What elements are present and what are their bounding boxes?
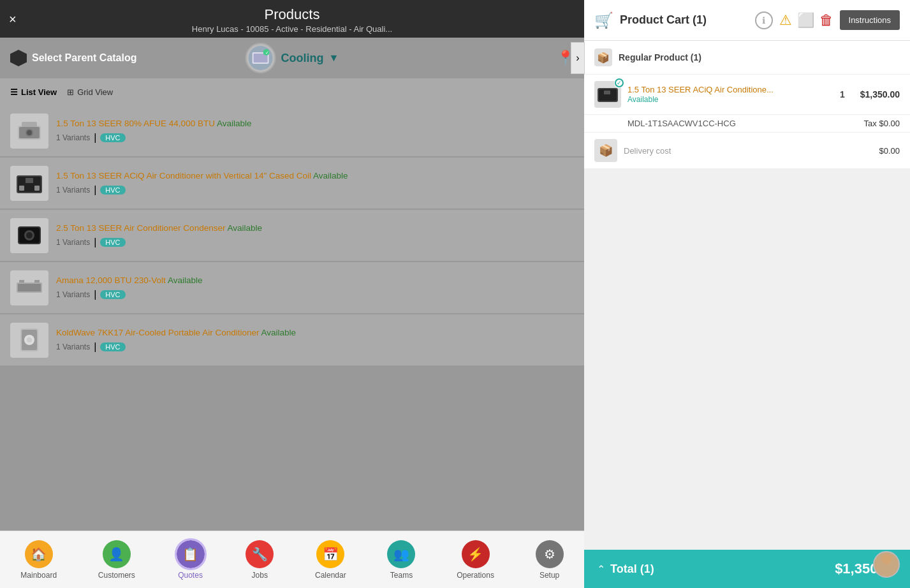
- cart-item-availability: Available: [627, 95, 830, 104]
- cart-warning-button[interactable]: ⚠: [779, 12, 792, 29]
- separator: |: [94, 132, 96, 143]
- cart-tax-value: Tax $0.00: [864, 119, 900, 128]
- svg-rect-20: [18, 284, 41, 291]
- cart-item-details: 1.5 Ton 13 SEER ACiQ Air Conditione... A…: [627, 85, 830, 105]
- cart-item-row[interactable]: ✓ 1.5 Ton 13 SEER ACiQ Air Conditione...…: [584, 75, 910, 115]
- product-meta: 1 Variants | HVC: [56, 132, 574, 143]
- separator: |: [94, 237, 96, 248]
- product-thumbnail: [10, 323, 48, 358]
- catalog-center[interactable]: ✓ Cooling ▼: [246, 43, 339, 73]
- product-thumbnail: [10, 218, 48, 253]
- total-label: Total (1): [610, 562, 835, 576]
- svg-rect-29: [604, 91, 610, 94]
- svg-point-32: [881, 554, 892, 564]
- cart-info-button[interactable]: ℹ: [755, 11, 773, 29]
- close-button[interactable]: ×: [9, 11, 17, 26]
- catalog-bar: Select Parent Catalog ✓ Cooling ▼ 📍 ›: [0, 38, 584, 78]
- nav-item-operations[interactable]: ⚡ Operations: [450, 538, 501, 582]
- total-chevron-icon: ⌃: [597, 563, 605, 575]
- separator: |: [94, 289, 96, 300]
- top-bar: × Products Henry Lucas - 10085 - Active …: [0, 0, 584, 38]
- cart-title: Product Cart (1): [620, 13, 749, 27]
- cart-copy-button[interactable]: ⬜: [797, 12, 814, 29]
- cart-delete-button[interactable]: 🗑: [819, 12, 833, 29]
- calendar-icon: 📅: [316, 540, 344, 568]
- teams-icon: 👥: [387, 540, 415, 568]
- delivery-label: Delivery cost: [624, 146, 872, 156]
- svg-rect-7: [22, 122, 37, 127]
- nav-item-jobs[interactable]: 🔧 Jobs: [239, 538, 280, 582]
- page-title: Products: [0, 6, 584, 23]
- product-info: 1.5 Ton 13 SEER ACiQ Air Conditioner wit…: [56, 170, 574, 196]
- product-name: 2.5 Ton 13 SEER Air Conditioner Condense…: [56, 223, 574, 234]
- variants-count: 1 Variants: [56, 238, 90, 247]
- right-panel-cart: 🛒 Product Cart (1) ℹ ⚠ ⬜ 🗑 Instructions …: [584, 0, 910, 588]
- list-item[interactable]: KoldWave 7KK17 Air-Cooled Portable Air C…: [0, 314, 584, 365]
- catalog-chevron-icon[interactable]: ▼: [329, 52, 339, 64]
- operations-icon: ⚡: [462, 540, 490, 568]
- svg-rect-21: [19, 280, 24, 283]
- nav-item-customers[interactable]: 👤 Customers: [92, 538, 142, 582]
- nav-label-quotes: Quotes: [178, 571, 203, 580]
- product-name: KoldWave 7KK17 Air-Cooled Portable Air C…: [56, 327, 574, 339]
- list-view-label: List View: [21, 87, 57, 97]
- cart-icon: 🛒: [594, 11, 613, 29]
- hex-icon: [10, 50, 27, 66]
- instructions-button[interactable]: Instructions: [840, 10, 900, 30]
- check-icon: ✓: [615, 78, 624, 87]
- svg-rect-13: [19, 186, 24, 191]
- cart-item-qty: 1: [836, 89, 849, 99]
- list-item[interactable]: 1.5 Ton 13 SEER 80% AFUE 44,000 BTU Avai…: [0, 105, 584, 156]
- nav-label-jobs: Jobs: [252, 571, 268, 580]
- list-view-button[interactable]: ☰ List View: [10, 87, 57, 97]
- product-meta: 1 Variants | HVC: [56, 237, 574, 248]
- hvc-badge: HVC: [100, 238, 125, 247]
- delivery-value: $0.00: [879, 146, 900, 156]
- nav-item-teams[interactable]: 👥 Teams: [381, 538, 422, 582]
- svg-rect-22: [34, 280, 40, 283]
- variants-count: 1 Variants: [56, 186, 90, 195]
- product-thumbnail: [10, 270, 48, 305]
- svg-point-26: [27, 337, 32, 342]
- cart-item-image: ✓: [594, 81, 621, 108]
- select-parent-catalog[interactable]: Select Parent Catalog: [10, 50, 137, 66]
- cart-model-label: MDL-1T1SAACWV1CC-HCG: [627, 119, 864, 128]
- product-info: KoldWave 7KK17 Air-Cooled Portable Air C…: [56, 327, 574, 353]
- product-name: 1.5 Ton 13 SEER ACiQ Air Conditioner wit…: [56, 170, 574, 182]
- list-item[interactable]: Amana 12,000 BTU 230-Volt Available 1 Va…: [0, 262, 584, 313]
- product-list: 1.5 Ton 13 SEER 80% AFUE 44,000 BTU Avai…: [0, 105, 584, 588]
- product-meta: 1 Variants | HVC: [56, 184, 574, 196]
- hvc-badge: HVC: [100, 290, 125, 299]
- product-info: Amana 12,000 BTU 230-Volt Available 1 Va…: [56, 275, 574, 300]
- nav-item-quotes[interactable]: 📋 Quotes: [170, 538, 211, 582]
- cart-spacer: [584, 169, 910, 550]
- product-info: 1.5 Ton 13 SEER 80% AFUE 44,000 BTU Avai…: [56, 118, 574, 143]
- hvc-badge: HVC: [100, 342, 125, 351]
- product-thumbnail: [10, 166, 48, 201]
- delivery-icon: 📦: [594, 139, 617, 162]
- list-item[interactable]: 1.5 Ton 13 SEER ACiQ Air Conditioner wit…: [0, 158, 584, 209]
- catalog-image: ✓: [246, 43, 276, 73]
- left-panel: × Products Henry Lucas - 10085 - Active …: [0, 0, 584, 588]
- page-subtitle: Henry Lucas - 10085 - Active - Residenti…: [0, 24, 584, 34]
- nav-item-calendar[interactable]: 📅 Calendar: [309, 538, 353, 582]
- grid-view-button[interactable]: ⊞ Grid View: [67, 87, 113, 97]
- cart-section-header: 📦 Regular Product (1): [584, 41, 910, 75]
- product-meta: 1 Variants | HVC: [56, 341, 574, 353]
- nav-item-setup[interactable]: ⚙ Setup: [529, 538, 570, 582]
- list-item[interactable]: 2.5 Ton 13 SEER Air Conditioner Condense…: [0, 210, 584, 261]
- slide-arrow-button[interactable]: ›: [571, 42, 585, 74]
- grid-view-label: Grid View: [77, 87, 113, 97]
- svg-text:✓: ✓: [265, 50, 269, 55]
- nav-label-operations: Operations: [457, 571, 494, 580]
- cart-action-buttons: ⚠ ⬜ 🗑: [779, 12, 833, 29]
- cart-header: 🛒 Product Cart (1) ℹ ⚠ ⬜ 🗑 Instructions: [584, 0, 910, 41]
- cart-section-title: Regular Product (1): [619, 52, 701, 62]
- variants-count: 1 Variants: [56, 133, 90, 142]
- customers-icon: 👤: [103, 540, 131, 568]
- user-avatar[interactable]: [873, 551, 900, 578]
- cart-total-bar[interactable]: ⌃ Total (1) $1,350.00: [584, 550, 910, 588]
- separator: |: [94, 341, 96, 353]
- nav-item-mainboard[interactable]: 🏠 Mainboard: [14, 538, 63, 582]
- product-name: Amana 12,000 BTU 230-Volt Available: [56, 275, 574, 286]
